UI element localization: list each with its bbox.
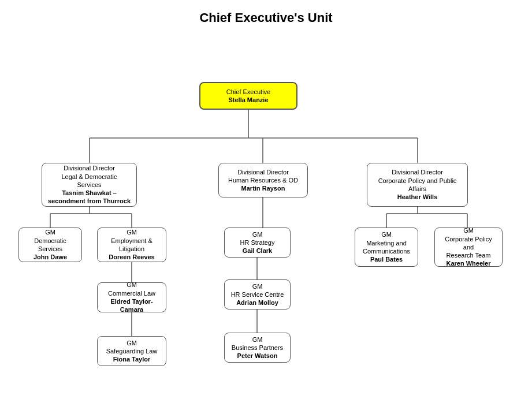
dd-legal-role: Divisional DirectorLegal & DemocraticSer… — [62, 164, 117, 189]
gm-demo-name: John Dawe — [34, 253, 67, 261]
dd-hr-name: Martin Rayson — [241, 184, 285, 192]
page-title: Chief Executive's Unit — [0, 0, 532, 31]
node-gm-demo: GMDemocratic Services John Dawe — [18, 228, 82, 262]
gm-hr-service-name: Adrian Molloy — [236, 299, 278, 307]
gm-biz-partners-name: Peter Watson — [237, 352, 278, 360]
gm-marketing-role: GMMarketing andCommunications — [363, 230, 410, 255]
gm-corp-policy-name: Karen Wheeler — [446, 259, 490, 267]
node-gm-commercial: GMCommercial Law Eldred Taylor-Camara — [97, 282, 166, 312]
gm-biz-partners-role: GMBusiness Partners — [232, 335, 283, 352]
gm-demo-role: GMDemocratic Services — [23, 228, 77, 253]
dd-hr-role: Divisional DirectorHuman Resources & OD — [228, 168, 298, 185]
gm-commercial-role: GMCommercial Law — [108, 281, 155, 297]
gm-emp-name: Doreen Reeves — [109, 253, 155, 261]
gm-marketing-name: Paul Bates — [370, 255, 403, 263]
dd-legal-name: Tasnim Shawkat – secondment from Thurroc… — [46, 189, 132, 206]
node-dd-hr: Divisional DirectorHuman Resources & OD … — [218, 163, 308, 197]
node-dd-legal: Divisional DirectorLegal & DemocraticSer… — [42, 163, 137, 207]
gm-emp-role: GMEmployment & Litigation — [102, 228, 162, 253]
gm-corp-policy-role: GMCorporate Policy andResearch Team — [439, 226, 498, 259]
gm-commercial-name: Eldred Taylor-Camara — [102, 297, 162, 314]
dd-corp-role: Divisional DirectorCorporate Policy and … — [371, 168, 463, 193]
org-chart: Chief Executive Stella Manzie Divisional… — [0, 31, 532, 399]
node-gm-hr-strat: GMHR Strategy Gail Clark — [224, 228, 291, 258]
gm-safeguarding-name: Fiona Taylor — [113, 355, 151, 363]
gm-hr-service-role: GMHR Service Centre — [231, 282, 284, 299]
node-gm-corp-policy: GMCorporate Policy andResearch Team Kare… — [434, 228, 503, 267]
node-gm-biz-partners: GMBusiness Partners Peter Watson — [224, 333, 291, 363]
gm-safeguarding-role: GMSafeguarding Law — [106, 339, 158, 356]
node-root: Chief Executive Stella Manzie — [199, 82, 297, 110]
node-gm-hr-service: GMHR Service Centre Adrian Molloy — [224, 279, 291, 309]
root-name: Stella Manzie — [228, 96, 268, 104]
node-gm-marketing: GMMarketing andCommunications Paul Bates — [355, 228, 418, 267]
gm-hr-strat-role: GMHR Strategy — [240, 230, 275, 247]
node-dd-corp: Divisional DirectorCorporate Policy and … — [367, 163, 468, 207]
node-gm-emp: GMEmployment & Litigation Doreen Reeves — [97, 228, 166, 262]
node-gm-safeguarding: GMSafeguarding Law Fiona Taylor — [97, 336, 166, 366]
gm-hr-strat-name: Gail Clark — [243, 247, 272, 255]
dd-corp-name: Heather Wills — [397, 193, 438, 201]
root-role: Chief Executive — [226, 88, 270, 96]
